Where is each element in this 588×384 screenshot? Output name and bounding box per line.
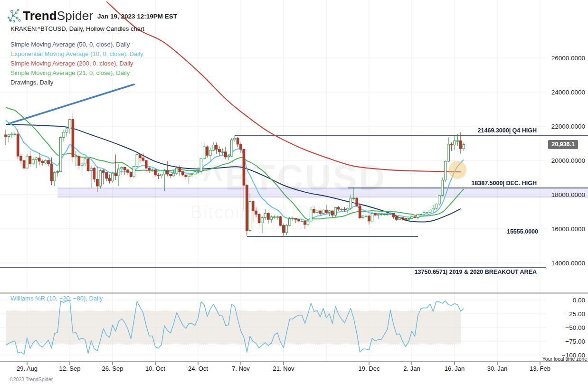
williams-r-zone xyxy=(6,311,461,344)
svg-text:2. Jan: 2. Jan xyxy=(403,365,420,372)
symbol-description[interactable]: KRAKEN:^BTCUSD, Daily, Hollow Candles ch… xyxy=(10,25,144,32)
svg-text:14000.0000: 14000.0000 xyxy=(551,260,585,267)
level-name: | 2019 & 2020 BREAKOUT AREA xyxy=(446,269,537,275)
last-price-badge[interactable]: 20,936.1 xyxy=(548,140,578,149)
legend-drawings[interactable]: Drawings, Daily xyxy=(10,78,143,87)
legend-sma50[interactable]: Simple Moving Average (50, 0, close), Da… xyxy=(10,40,143,49)
indicator-legend: Simple Moving Average (50, 0, close), Da… xyxy=(10,40,143,87)
legend-ema10[interactable]: Exponential Moving Average (10, 0, close… xyxy=(10,49,143,59)
williams-r-label[interactable]: Williams %R (10, −20, −80), Daily xyxy=(10,295,103,302)
svg-text:24000.0000: 24000.0000 xyxy=(551,89,585,96)
svg-text:0.00: 0.00 xyxy=(573,297,585,304)
svg-text:19. Dec: 19. Dec xyxy=(359,365,380,372)
level-value: 13750.6571 xyxy=(415,269,446,275)
level-label-q4-high[interactable]: 21469.3000| Q4 HIGH xyxy=(478,127,537,134)
brand-bold: Trend xyxy=(23,9,57,23)
svg-text:−50.00: −50.00 xyxy=(565,324,585,331)
svg-text:30. Jan: 30. Jan xyxy=(487,365,508,372)
svg-text:13. Feb: 13. Feb xyxy=(530,365,550,372)
svg-text:12. Sep: 12. Sep xyxy=(59,365,81,372)
level-value: 21469.3000 xyxy=(478,127,509,134)
svg-text:18000.0000: 18000.0000 xyxy=(551,191,585,198)
level-value: 15555.0000 xyxy=(507,228,538,235)
brand-light: Spider xyxy=(57,9,93,23)
level-lines xyxy=(0,135,588,267)
trendspider-logo[interactable]: TrendSpider xyxy=(23,9,93,23)
panel-divider[interactable] xyxy=(0,292,588,294)
svg-text:20000.0000: 20000.0000 xyxy=(551,157,585,164)
copyright: ©2023 TrendSpider xyxy=(9,376,53,382)
svg-text:7. Nov: 7. Nov xyxy=(232,365,250,372)
trendspider-app: ^BTCUSDBitcoin vs USD, Kraken26000.00002… xyxy=(0,0,588,384)
crossover-highlight xyxy=(448,161,466,179)
svg-text:26. Sep: 26. Sep xyxy=(102,365,123,372)
level-label-dec-high[interactable]: 18387.5000| DEC. HIGH xyxy=(471,180,537,187)
svg-text:24. Oct: 24. Oct xyxy=(188,365,208,372)
svg-text:22000.0000: 22000.0000 xyxy=(551,123,585,130)
svg-text:16. Jan: 16. Jan xyxy=(445,365,465,372)
trend-line-drawing[interactable] xyxy=(9,84,134,124)
timezone-note[interactable]: Your local time zone xyxy=(542,356,587,362)
svg-text:29. Aug: 29. Aug xyxy=(17,365,38,372)
svg-text:16000.0000: 16000.0000 xyxy=(551,225,585,233)
level-label-breakout-area[interactable]: 13750.6571| 2019 & 2020 BREAKOUT AREA xyxy=(415,269,537,275)
price-axis[interactable]: 26000.000024000.000022000.000020000.0000… xyxy=(551,55,585,359)
svg-text:26000.0000: 26000.0000 xyxy=(551,55,585,62)
legend-sma200[interactable]: Simple Moving Average (200, 0, close), D… xyxy=(10,59,143,68)
trendspider-logo-icon[interactable] xyxy=(6,9,21,26)
svg-text:10. Oct: 10. Oct xyxy=(145,365,165,372)
svg-text:−25.00: −25.00 xyxy=(565,310,585,318)
svg-text:−75.00: −75.00 xyxy=(565,338,585,345)
level-name: | Q4 HIGH xyxy=(509,127,537,134)
time-axis[interactable]: 29. Aug12. Sep26. Sep10. Oct24. Oct7. No… xyxy=(0,362,588,372)
level-label-15555[interactable]: 15555.0000 xyxy=(507,228,538,235)
legend-sma21[interactable]: Simple Moving Average (21, 0, close), Da… xyxy=(10,68,143,78)
level-name: | DEC. HIGH xyxy=(503,180,537,187)
level-value: 18387.5000 xyxy=(471,180,503,187)
chart-datetime: Jan 19, 2023 12:19PM EST xyxy=(97,13,177,20)
svg-text:21. Nov: 21. Nov xyxy=(273,365,294,372)
